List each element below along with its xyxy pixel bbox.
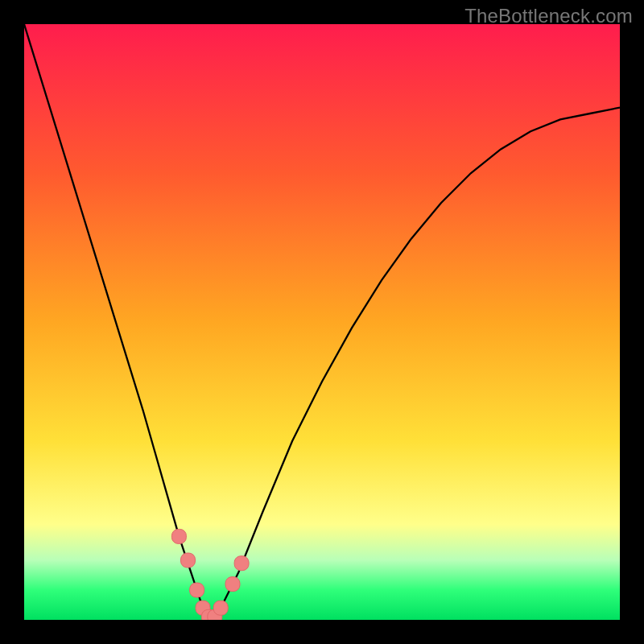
chart-frame: TheBottleneck.com	[0, 0, 644, 644]
curve-marker	[234, 556, 249, 571]
curve-marker	[171, 529, 186, 543]
curve-marker	[181, 553, 196, 568]
curve-marker	[213, 601, 228, 615]
gradient-background	[24, 24, 620, 620]
bottleneck-chart	[24, 24, 620, 620]
watermark-text: TheBottleneck.com	[464, 5, 633, 27]
curve-marker	[225, 577, 240, 592]
curve-marker	[190, 583, 204, 597]
